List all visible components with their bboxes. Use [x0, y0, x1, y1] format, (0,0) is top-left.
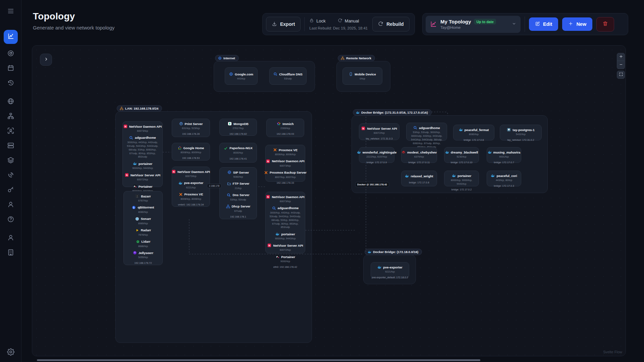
node-immich[interactable]: Immich2283/tcp192.168.178.93 — [266, 119, 304, 137]
sidebar-item-profile[interactable] — [6, 234, 15, 243]
service-name: qBittorrent — [138, 205, 154, 209]
sidebar-item-history[interactable] — [6, 79, 15, 88]
new-button[interactable]: New — [562, 17, 592, 31]
service: relaxed_wright — [405, 174, 433, 178]
group-label-pill[interactable]: Internet — [215, 55, 239, 61]
service-name: Cloudflare DNS — [279, 72, 303, 76]
sidebar-item-calendar[interactable] — [6, 64, 15, 73]
service: Paperless-NGX — [224, 146, 253, 150]
radar-icon — [7, 50, 14, 58]
sidebar-item-globe[interactable] — [6, 97, 15, 107]
group-label-pill[interactable]: Docker Bridge: (172.18.0.0/16) — [365, 249, 422, 255]
node-d-chebyshev[interactable]: modest_chebyshev6379/tcpbridge: 172.17.0… — [401, 147, 437, 163]
node-lan-host-72[interactable]: Bazarr6767/tcp qBittorrent8080/tcp Sonar… — [123, 191, 163, 265]
node-d-nvserver[interactable]: N NetVisor Server API60072/tcptay_netvis… — [359, 123, 399, 140]
zoom-in-button[interactable] — [617, 53, 625, 61]
node-router[interactable]: SIP Server5060/tcp FTP Server21/tcp Dns … — [219, 167, 257, 219]
sidebar-item-radar[interactable] — [6, 49, 15, 59]
sidebar-item-help[interactable] — [6, 215, 15, 225]
delete-button[interactable] — [596, 17, 614, 32]
service: Sonarr — [135, 217, 151, 221]
node-footer: 192.168.178.72 — [134, 259, 152, 264]
service: N NetVisor Daemon API — [123, 124, 162, 128]
node-d-cori[interactable]: peaceful_cori443/tcp, 80/tcpbridge: 172.… — [487, 171, 521, 186]
mongodb-icon — [228, 122, 232, 126]
group-label-pill[interactable]: LAN: 192.168.178.0/24 — [117, 105, 162, 112]
sidebar-item-network[interactable] — [6, 112, 15, 121]
node-body: Bazarr6767/tcp qBittorrent8080/tcp Sonar… — [125, 194, 161, 259]
horizontal-scrollbar[interactable] — [37, 359, 480, 361]
node-body: SIP Server5060/tcp FTP Server21/tcp Dns … — [221, 170, 255, 213]
node-d-fermat[interactable]: peaceful_fermat8080/tcpbridge: 172.17.0.… — [453, 125, 494, 140]
node-footer: bridge: 172.17.0.6 — [464, 136, 484, 141]
manual-toggle[interactable]: Manual — [338, 18, 359, 24]
sidebar-item-satellite[interactable] — [6, 171, 15, 180]
node-d2-pve-exporter[interactable]: pve-exporter9221/tcppve-exporter_default… — [371, 262, 409, 279]
service: dreamy_blackwell — [445, 150, 478, 154]
lock-label: Lock — [316, 18, 325, 23]
sidebar-item-topology[interactable] — [4, 30, 18, 44]
edit-button[interactable]: Edit — [529, 17, 558, 31]
service-name: Google Home — [183, 146, 204, 150]
node-google-home[interactable]: Google Home8008/tcp, 8009/tcp192.168.178… — [172, 143, 210, 161]
rebuild-button[interactable]: Rebuild — [372, 17, 409, 32]
docker-whale-icon — [133, 162, 137, 166]
service: adguardhome — [272, 206, 299, 210]
sidebar-nav — [4, 30, 18, 258]
topology-selector[interactable]: My Topology Up to date Tay@Home — [426, 16, 521, 33]
node-lan-host-34[interactable]: N NetVisor Daemon API60073/tcp pve-expor… — [172, 167, 210, 207]
sidebar-item-scan[interactable] — [6, 127, 15, 136]
sidebar-item-layers[interactable] — [6, 156, 15, 166]
service-name: wonderful_nightingale — [363, 150, 396, 154]
sidebar-item-building[interactable] — [6, 248, 15, 258]
service-name: Proxmox VE — [184, 192, 203, 196]
node-mongodb[interactable]: MongoDB27017/tcp192.168.178.82 — [219, 119, 257, 136]
node-body: portainer8000/tcp, 9000/tcp, 9443/tcp — [446, 174, 477, 186]
node-paperless[interactable]: Paperless-NGX8000/tcp192.168.178.41 — [219, 143, 257, 163]
node-d-wright[interactable]: relaxed_wrightbridge: 172.17.0.8 — [401, 171, 437, 186]
node-lan-host-33[interactable]: Proxmox VE8006/tcp, 8006/tcp N NetVisor … — [265, 145, 305, 182]
node-print-server[interactable]: Print Server631/tcp, 515/tcp192.168.178.… — [172, 119, 210, 137]
sidebar-item-user[interactable] — [6, 200, 15, 210]
node-body: peaceful_fermat8080/tcp — [455, 128, 492, 136]
node-lan-host-42[interactable]: N NetVisor Daemon API60073/tcp adguardho… — [265, 192, 305, 253]
service-ports: 443/tcp — [236, 77, 247, 81]
service: Bazarr — [135, 194, 151, 198]
node-mobile-device[interactable]: Mobile Device0/tcp — [342, 67, 382, 85]
group-label-pill[interactable]: Remote Network — [338, 55, 375, 61]
sidebar-item-server[interactable] — [6, 141, 15, 151]
node-body: Print Server631/tcp, 515/tcp — [174, 122, 208, 130]
menu-button[interactable] — [6, 7, 15, 16]
node-d-nightingale[interactable]: wonderful_nightingale2222/tcp, 6157/tcpb… — [359, 147, 394, 163]
node-d-mahavira[interactable]: musing_mahavira9001/tcpbridge: 172.17.0.… — [487, 147, 521, 163]
topology-canvas[interactable]: Svelte Flow Internet Remote Network LAN:… — [32, 45, 626, 356]
node-d-blackwell[interactable]: dreamy_blackwell5230/tcpbridge: 172.17.0… — [444, 147, 479, 163]
svg-text:P: P — [276, 255, 278, 258]
node-body: Cloudflare DNS53/udp — [271, 72, 305, 81]
group-label-pill[interactable]: Docker Bridge: (172.31.0.0/16, 172.17.0.… — [353, 109, 432, 116]
node-body: N NetVisor Daemon API60073/tcp pve-expor… — [174, 170, 208, 201]
zoom-out-button[interactable] — [617, 61, 625, 69]
service-name: NetVisor Daemon API — [129, 125, 162, 128]
service-ports: 2283/tcp — [279, 127, 291, 130]
export-button[interactable]: Export — [266, 17, 301, 32]
service: N NetVisor Server API — [267, 243, 303, 247]
fit-view-button[interactable] — [617, 71, 625, 79]
node-body: pve-exporter9221/tcp — [373, 265, 407, 274]
service: MongoDB — [228, 122, 249, 126]
expand-panel-button[interactable] — [40, 54, 52, 66]
node-google[interactable]: Google.com443/tcp — [225, 67, 258, 85]
service: Radarr — [135, 228, 151, 232]
node-footer: bridge: 172.17.0.3 — [494, 182, 514, 187]
service-name: pve-exporter — [184, 181, 204, 185]
lock-toggle[interactable]: Lock — [309, 18, 325, 24]
service: P Portainer — [275, 255, 295, 259]
node-d-adguard[interactable]: adguardhome53/tcp, 53/udp, 3000/tcp, 300… — [406, 123, 447, 141]
node-d-postgres[interactable]: tay-postgres-15432/tcptay_netvisor: 172.… — [500, 125, 542, 140]
service-ports: 53/tcp, 53/udp — [229, 198, 247, 202]
node-cloudflare[interactable]: Cloudflare DNS53/udp — [269, 67, 307, 85]
sidebar-item-key[interactable] — [6, 186, 15, 195]
node-lan-host-43[interactable]: N NetVisor Daemon API60073/tcp adguardho… — [122, 121, 163, 187]
sidebar-item-settings[interactable] — [6, 348, 15, 357]
node-d-portainer[interactable]: portainer8000/tcp, 9000/tcp, 9443/tcpbri… — [444, 171, 479, 186]
